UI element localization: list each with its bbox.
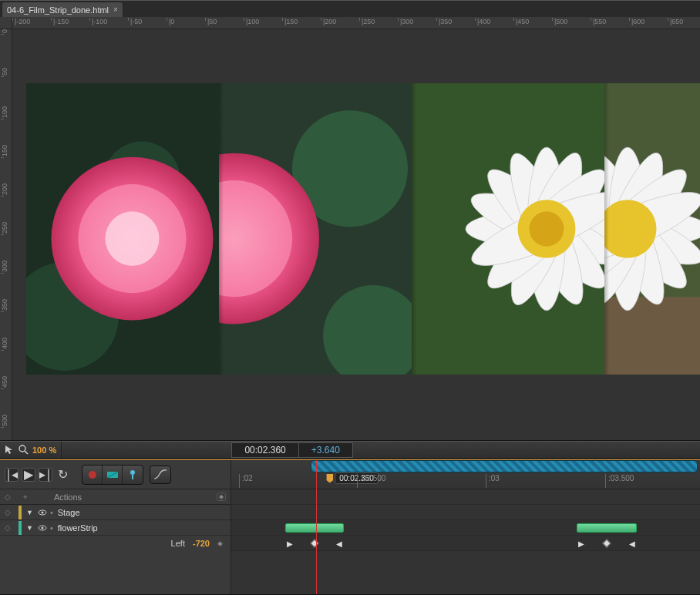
playhead-marker-icon [326, 474, 333, 483]
lock-dot-icon[interactable]: • [50, 508, 53, 517]
svg-point-22 [530, 211, 564, 246]
easing-button[interactable] [150, 466, 171, 484]
zoom-level[interactable]: 100 % [32, 445, 56, 455]
lock-dot-icon[interactable]: • [50, 523, 53, 533]
film-frame-rose-a [26, 83, 219, 375]
ruler-tick: |-150 [51, 18, 69, 21]
svg-point-7 [292, 110, 408, 227]
svg-point-38 [130, 470, 135, 475]
film-frame-daisy-a [412, 83, 604, 375]
loop-button[interactable]: ↻ [56, 468, 69, 482]
svg-point-26 [604, 180, 700, 277]
keyframe-tri-icon[interactable]: ▶ [287, 540, 293, 548]
magnifier-icon[interactable] [19, 445, 29, 455]
ruler-tick: 50 [1, 68, 4, 77]
svg-rect-12 [412, 83, 604, 375]
svg-point-25 [604, 210, 700, 248]
keyframe-diamond-icon: ◇ [5, 492, 11, 501]
document-tab[interactable]: 04-6_Film_Strip_done.html × [2, 2, 123, 17]
ruler-tick: |600 [629, 18, 644, 21]
goto-start-button[interactable]: ∣◂ [5, 468, 19, 482]
ruler-tick: 200 [1, 183, 4, 197]
pointer-icon[interactable] [5, 445, 15, 455]
auto-keyframe-button[interactable] [82, 466, 103, 484]
ruler-tick: 300 [1, 261, 4, 274]
ruler-vertical[interactable]: 050100150200250300350400450500 [0, 29, 12, 440]
svg-rect-24 [604, 297, 700, 375]
property-menu-icon[interactable]: ◈ [217, 540, 223, 547]
stage-canvas[interactable] [12, 29, 700, 440]
svg-point-29 [608, 147, 647, 311]
time-ruler[interactable]: 00:02.360 :02:02.500:03:03.500 [231, 460, 700, 489]
ruler-horizontal[interactable]: |-200|-150|-100|-50|0|50|100|150|200|250… [12, 17, 700, 29]
ruler-tick: |650 [668, 18, 683, 21]
property-value[interactable]: -720 [193, 539, 210, 548]
track-flowerstrip[interactable] [231, 520, 700, 536]
timeline-clip[interactable] [577, 523, 637, 533]
time-tick: :03.500 [605, 474, 634, 488]
svg-point-33 [604, 200, 657, 258]
keyframe-tri-icon[interactable]: ▶ [578, 540, 584, 548]
ruler-tick: 350 [1, 299, 4, 312]
ruler-corner [0, 17, 12, 29]
current-time[interactable]: 00:02.360 [231, 442, 298, 458]
track-property-left[interactable]: ▶◀▶◀ [231, 536, 700, 551]
ruler-tick: |500 [552, 18, 567, 21]
time-display: 00:02.360 +3.640 [231, 442, 352, 458]
layer-color-swatch [19, 521, 22, 535]
ruler-tick: |350 [436, 18, 452, 21]
pin-button[interactable] [123, 466, 143, 484]
ruler-tick: |400 [475, 18, 490, 21]
track-actions[interactable] [231, 489, 700, 505]
track-stage[interactable] [231, 505, 700, 520]
layer-row-flowerstrip[interactable]: ◇ ▼ • flowerStrip [0, 520, 231, 536]
svg-point-20 [465, 179, 604, 278]
actions-row[interactable]: ◇ ⌖ Actions ◈ [0, 489, 231, 505]
svg-point-16 [497, 146, 596, 312]
layer-color-swatch [19, 506, 22, 519]
svg-rect-6 [219, 83, 412, 375]
playback-controls: ∣◂ ▶ ▸∣ ↻ [0, 460, 231, 489]
svg-point-8 [219, 153, 319, 324]
svg-point-32 [604, 179, 700, 278]
status-bar: 100 % 00:02.360 +3.640 [0, 441, 700, 459]
disclosure-triangle-icon[interactable]: ▼ [26, 509, 33, 516]
playhead-line[interactable] [316, 460, 317, 594]
keyframe-diamond-icon[interactable] [602, 539, 611, 547]
timeline-clip[interactable] [285, 523, 344, 533]
keyframe-diamond-icon[interactable] [310, 539, 318, 547]
disclosure-triangle-icon[interactable]: ▼ [26, 524, 33, 532]
svg-point-21 [518, 200, 576, 258]
ruler-tick: 400 [1, 338, 4, 351]
film-frame-daisy-b [604, 83, 700, 375]
ruler-tick: |150 [282, 18, 298, 21]
goto-end-button[interactable]: ▸∣ [39, 468, 52, 482]
stage-area: |-200|-150|-100|-50|0|50|100|150|200|250… [0, 17, 700, 441]
layer-row-stage[interactable]: ◇ ▼ • Stage [0, 505, 231, 520]
ruler-tick: 450 [1, 376, 4, 389]
svg-line-35 [25, 451, 28, 454]
ruler-tick: |300 [398, 18, 413, 21]
time-tick: :02.500 [357, 474, 385, 488]
auto-transition-button[interactable] [103, 466, 123, 484]
visibility-icon[interactable] [38, 509, 45, 516]
property-row-left[interactable]: Left -720 ◈ [0, 536, 231, 551]
timeline-tracks[interactable]: 00:02.360 :02:02.500:03:03.500 ▶◀▶◀ [231, 460, 700, 594]
svg-point-5 [106, 211, 160, 266]
timeline-layer-list: ∣◂ ▶ ▸∣ ↻ ◇ ⌖ Actions [0, 460, 231, 594]
ruler-tick: |100 [244, 18, 259, 21]
visibility-icon[interactable] [38, 524, 45, 532]
time-selection[interactable] [311, 460, 698, 472]
ruler-tick: 100 [1, 106, 4, 119]
ruler-tick: |250 [359, 18, 375, 21]
ruler-tick: |-100 [89, 18, 107, 21]
remaining-time[interactable]: +3.640 [299, 442, 353, 458]
keyframe-tri-icon[interactable]: ◀ [629, 540, 635, 548]
keyframe-tri-icon[interactable]: ◀ [336, 540, 342, 548]
svg-rect-11 [412, 83, 604, 375]
play-button[interactable]: ▶ [22, 468, 35, 482]
film-strip [26, 83, 700, 375]
actions-menu-icon[interactable]: ◈ [217, 492, 226, 501]
time-tick: :02 [239, 474, 253, 488]
close-icon[interactable]: × [113, 5, 118, 14]
